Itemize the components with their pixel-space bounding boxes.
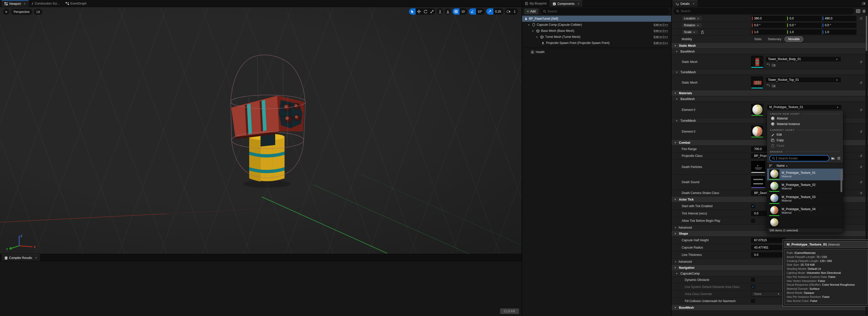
- reset-icon[interactable]: [860, 191, 863, 195]
- reset-icon[interactable]: [860, 165, 863, 169]
- grid-snap-control[interactable]: 10: [453, 8, 467, 15]
- close-icon[interactable]: [578, 2, 580, 5]
- section-materials[interactable]: Materials: [672, 90, 868, 96]
- rotate-tool-button[interactable]: [422, 8, 429, 15]
- mobility-stationary-button[interactable]: Stationary: [765, 37, 784, 42]
- chevron-down-icon[interactable]: [532, 30, 535, 32]
- tree-item-projectile-spawn-point[interactable]: Projectile Spawn Point (Projectile Spawn…: [522, 40, 671, 46]
- close-icon[interactable]: [35, 256, 37, 260]
- reset-icon[interactable]: [860, 81, 863, 84]
- location-selector[interactable]: Location: [682, 16, 702, 21]
- world-coordinate-button[interactable]: [437, 8, 443, 15]
- tree-item-capsule-comp[interactable]: Capsule Comp (Capsule Collider) Edit in …: [522, 22, 671, 28]
- capsule-half-height-field[interactable]: 67.07515: [751, 238, 786, 243]
- mobility-static-button[interactable]: Static: [751, 37, 765, 42]
- browse-to-asset-icon[interactable]: [772, 63, 776, 67]
- tree-item-base-mesh[interactable]: Base Mesh (Base Mesh) Edit in C++: [522, 28, 671, 34]
- tree-item-health[interactable]: C Health: [522, 49, 671, 55]
- area-class-dropdown[interactable]: None: [751, 291, 783, 296]
- close-icon[interactable]: [693, 2, 694, 5]
- asset-list-item[interactable]: M_Prototype_Texture_01Material: [767, 169, 843, 181]
- rotation-x-field[interactable]: 0.0 °: [751, 23, 786, 28]
- reset-icon[interactable]: [860, 154, 863, 158]
- menu-item-material[interactable]: Material: [767, 116, 843, 121]
- reset-icon[interactable]: [860, 17, 863, 21]
- scale-snap-control[interactable]: 0.25: [486, 8, 503, 15]
- add-component-button[interactable]: + Add: [524, 8, 538, 15]
- tab-components[interactable]: C Components: [550, 0, 583, 7]
- line-thickness-field[interactable]: 0.0: [751, 252, 786, 257]
- name-column-header[interactable]: Name: [777, 164, 785, 168]
- gear-icon[interactable]: [837, 156, 841, 160]
- browse-to-asset-icon[interactable]: [772, 84, 776, 87]
- asset-list-header[interactable]: Name ▴: [767, 163, 843, 169]
- select-tool-button[interactable]: [409, 8, 415, 15]
- edit-in-cpp-link[interactable]: Edit in C++: [654, 29, 668, 33]
- display-filter-icon[interactable]: [856, 9, 860, 13]
- subsection-turretmesh[interactable]: TurretMesh: [672, 69, 868, 75]
- tab-eventgraph[interactable]: EventGraph: [63, 0, 90, 7]
- particles-thumbnail[interactable]: +: [751, 161, 765, 173]
- lit-mode-button[interactable]: Lit: [34, 9, 43, 15]
- fill-collision-checkbox[interactable]: [751, 299, 755, 303]
- tab-my-blueprint[interactable]: My Blueprint: [522, 0, 550, 7]
- close-icon[interactable]: [24, 2, 26, 5]
- use-default-area-checkbox[interactable]: [751, 285, 755, 289]
- section-static-mesh[interactable]: Static Mesh: [672, 43, 868, 49]
- location-y-field[interactable]: 0.0: [786, 16, 821, 21]
- use-selected-asset-icon[interactable]: [766, 84, 770, 87]
- asset-list-item-partial[interactable]: [767, 217, 843, 228]
- folder-picker-icon[interactable]: [831, 156, 835, 160]
- scale-y-field[interactable]: 1.0: [786, 30, 821, 35]
- tab-construction-script[interactable]: ƒ Construction Scr...: [29, 0, 63, 7]
- location-z-field[interactable]: 490.0: [822, 16, 857, 21]
- details-scrollbar-thumb[interactable]: [866, 16, 867, 51]
- asset-list-item[interactable]: M_Prototype_Texture_04Material: [767, 205, 843, 217]
- chevron-down-icon[interactable]: [536, 36, 539, 38]
- viewport-3d[interactable]: ≡ Perspective Lit: [0, 7, 522, 254]
- scale-x-field[interactable]: 1.0: [751, 30, 786, 35]
- tab-viewport[interactable]: Viewport: [1, 0, 29, 7]
- tree-item-turret-mesh[interactable]: Turret Mesh (Turret Mesh) Edit in C++: [522, 34, 671, 40]
- rotation-z-field[interactable]: 0.0 °: [822, 23, 857, 28]
- scale-z-field[interactable]: 1.0: [822, 30, 857, 35]
- subsection-basemesh-materials[interactable]: BaseMesh: [672, 96, 868, 102]
- allow-tick-checkbox[interactable]: [751, 219, 755, 223]
- menu-item-edit[interactable]: Edit: [767, 132, 843, 137]
- tree-item-root[interactable]: ♟ BP_PawnTurret (Self): [522, 16, 671, 22]
- mesh-thumbnail-rocket-top[interactable]: [751, 77, 763, 89]
- lock-open-icon[interactable]: [701, 30, 704, 34]
- menu-item-paste[interactable]: Paste: [767, 143, 843, 148]
- sound-thumbnail[interactable]: [751, 176, 765, 188]
- menu-item-copy[interactable]: Copy: [767, 137, 843, 143]
- move-tool-button[interactable]: [415, 8, 422, 15]
- surface-snapping-button[interactable]: [444, 8, 451, 15]
- asset-list-scrollbar[interactable]: [840, 170, 842, 192]
- mesh-thumbnail-rocket-body[interactable]: [751, 56, 763, 68]
- reset-icon[interactable]: [860, 180, 863, 184]
- asset-search-input[interactable]: Search Assets: [769, 155, 829, 162]
- viewport-options-button[interactable]: ≡: [3, 8, 9, 15]
- dock-sidebar-icon[interactable]: [862, 2, 866, 5]
- components-search-input[interactable]: Search: [540, 8, 669, 15]
- chevron-down-icon[interactable]: [528, 24, 531, 26]
- tab-compiler-results[interactable]: Compiler Results: [1, 254, 40, 261]
- mobility-movable-button[interactable]: Movable: [784, 36, 803, 42]
- reset-icon[interactable]: [860, 60, 863, 64]
- scale-tool-button[interactable]: [429, 8, 435, 15]
- start-tick-checkbox[interactable]: [751, 204, 755, 208]
- clear-button[interactable]: CLEAR: [500, 309, 519, 314]
- dynamic-obstacle-checkbox[interactable]: [751, 278, 755, 282]
- material-thumbnail[interactable]: [751, 104, 763, 116]
- hierarchy-icon[interactable]: [767, 164, 774, 167]
- tab-details[interactable]: Details: [673, 0, 698, 7]
- rotation-selector[interactable]: Rotation: [682, 23, 702, 28]
- static-mesh-dropdown[interactable]: Tower_Rocket_Top_01: [766, 77, 841, 83]
- scale-selector[interactable]: Scale: [682, 30, 698, 35]
- reset-icon[interactable]: [860, 130, 863, 133]
- edit-in-cpp-link[interactable]: Edit in C++: [654, 35, 668, 39]
- capsule-radius-field[interactable]: 43.477451: [751, 245, 786, 250]
- material-dropdown-open[interactable]: M_Prototype_Texture_01: [767, 104, 842, 110]
- rotation-y-field[interactable]: 0.0 °: [786, 23, 821, 28]
- edit-in-cpp-link[interactable]: Edit in C++: [654, 41, 668, 45]
